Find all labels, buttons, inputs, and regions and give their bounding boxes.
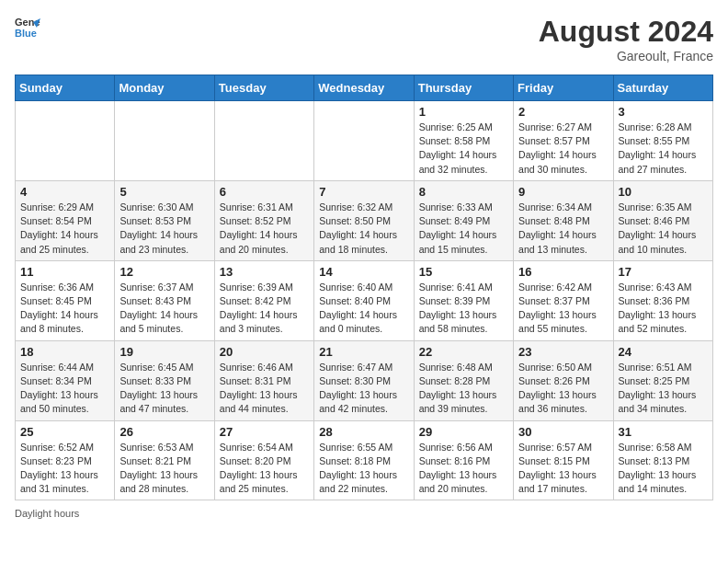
day-number: 17 bbox=[619, 265, 708, 279]
weekday-header: Thursday bbox=[414, 75, 513, 101]
calendar-table: SundayMondayTuesdayWednesdayThursdayFrid… bbox=[15, 75, 713, 500]
calendar-cell: 11Sunrise: 6:36 AM Sunset: 8:45 PM Dayli… bbox=[16, 260, 115, 340]
day-number: 23 bbox=[518, 345, 608, 359]
calendar-cell: 28Sunrise: 6:55 AM Sunset: 8:18 PM Dayli… bbox=[314, 420, 414, 500]
day-number: 27 bbox=[220, 425, 309, 439]
calendar-cell: 22Sunrise: 6:48 AM Sunset: 8:28 PM Dayli… bbox=[414, 340, 513, 420]
day-number: 11 bbox=[20, 265, 109, 279]
calendar-cell bbox=[115, 101, 214, 181]
weekday-header: Saturday bbox=[613, 75, 712, 101]
calendar-cell: 10Sunrise: 6:35 AM Sunset: 8:46 PM Dayli… bbox=[613, 180, 712, 260]
day-number: 7 bbox=[319, 185, 408, 199]
day-number: 18 bbox=[20, 345, 109, 359]
calendar-cell: 26Sunrise: 6:53 AM Sunset: 8:21 PM Dayli… bbox=[115, 420, 214, 500]
day-info: Sunrise: 6:53 AM Sunset: 8:21 PM Dayligh… bbox=[119, 441, 209, 497]
day-number: 29 bbox=[419, 425, 508, 439]
day-number: 26 bbox=[119, 425, 209, 439]
day-info: Sunrise: 6:40 AM Sunset: 8:40 PM Dayligh… bbox=[319, 281, 408, 337]
calendar-cell: 31Sunrise: 6:58 AM Sunset: 8:13 PM Dayli… bbox=[613, 420, 712, 500]
day-info: Sunrise: 6:58 AM Sunset: 8:13 PM Dayligh… bbox=[619, 441, 708, 497]
day-info: Sunrise: 6:44 AM Sunset: 8:34 PM Dayligh… bbox=[20, 361, 109, 417]
svg-text:Blue: Blue bbox=[15, 28, 37, 39]
calendar-cell: 21Sunrise: 6:47 AM Sunset: 8:30 PM Dayli… bbox=[314, 340, 414, 420]
day-number: 2 bbox=[518, 105, 608, 119]
day-info: Sunrise: 6:29 AM Sunset: 8:54 PM Dayligh… bbox=[20, 201, 109, 257]
day-number: 16 bbox=[518, 265, 608, 279]
calendar-week-row: 25Sunrise: 6:52 AM Sunset: 8:23 PM Dayli… bbox=[16, 420, 713, 500]
day-number: 4 bbox=[20, 185, 109, 199]
day-info: Sunrise: 6:30 AM Sunset: 8:53 PM Dayligh… bbox=[119, 201, 209, 257]
calendar-week-row: 4Sunrise: 6:29 AM Sunset: 8:54 PM Daylig… bbox=[16, 180, 713, 260]
weekday-header: Monday bbox=[115, 75, 214, 101]
day-number: 6 bbox=[220, 185, 309, 199]
day-info: Sunrise: 6:37 AM Sunset: 8:43 PM Dayligh… bbox=[119, 281, 209, 337]
footer-note: Daylight hours bbox=[15, 508, 713, 519]
calendar-cell: 16Sunrise: 6:42 AM Sunset: 8:37 PM Dayli… bbox=[514, 260, 613, 340]
calendar-cell: 18Sunrise: 6:44 AM Sunset: 8:34 PM Dayli… bbox=[16, 340, 115, 420]
calendar-cell: 12Sunrise: 6:37 AM Sunset: 8:43 PM Dayli… bbox=[115, 260, 214, 340]
weekday-header: Tuesday bbox=[214, 75, 313, 101]
calendar-week-row: 11Sunrise: 6:36 AM Sunset: 8:45 PM Dayli… bbox=[16, 260, 713, 340]
day-info: Sunrise: 6:42 AM Sunset: 8:37 PM Dayligh… bbox=[518, 281, 608, 337]
day-number: 31 bbox=[619, 425, 708, 439]
calendar-cell: 4Sunrise: 6:29 AM Sunset: 8:54 PM Daylig… bbox=[16, 180, 115, 260]
day-info: Sunrise: 6:46 AM Sunset: 8:31 PM Dayligh… bbox=[220, 361, 309, 417]
calendar-cell: 14Sunrise: 6:40 AM Sunset: 8:40 PM Dayli… bbox=[314, 260, 414, 340]
weekday-header: Friday bbox=[514, 75, 613, 101]
day-number: 22 bbox=[419, 345, 508, 359]
weekday-header-row: SundayMondayTuesdayWednesdayThursdayFrid… bbox=[16, 75, 713, 101]
calendar-cell: 6Sunrise: 6:31 AM Sunset: 8:52 PM Daylig… bbox=[214, 180, 313, 260]
calendar-cell: 5Sunrise: 6:30 AM Sunset: 8:53 PM Daylig… bbox=[115, 180, 214, 260]
day-number: 19 bbox=[119, 345, 209, 359]
day-info: Sunrise: 6:57 AM Sunset: 8:15 PM Dayligh… bbox=[518, 441, 608, 497]
calendar-cell: 2Sunrise: 6:27 AM Sunset: 8:57 PM Daylig… bbox=[514, 101, 613, 181]
day-info: Sunrise: 6:39 AM Sunset: 8:42 PM Dayligh… bbox=[220, 281, 309, 337]
day-number: 12 bbox=[119, 265, 209, 279]
calendar-cell: 25Sunrise: 6:52 AM Sunset: 8:23 PM Dayli… bbox=[16, 420, 115, 500]
calendar-cell: 24Sunrise: 6:51 AM Sunset: 8:25 PM Dayli… bbox=[613, 340, 712, 420]
calendar-cell: 29Sunrise: 6:56 AM Sunset: 8:16 PM Dayli… bbox=[414, 420, 513, 500]
day-info: Sunrise: 6:47 AM Sunset: 8:30 PM Dayligh… bbox=[319, 361, 408, 417]
calendar-cell: 19Sunrise: 6:45 AM Sunset: 8:33 PM Dayli… bbox=[115, 340, 214, 420]
page-header: General Blue August 2024 Gareoult, Franc… bbox=[15, 15, 713, 63]
logo-icon: General Blue bbox=[15, 15, 40, 40]
day-number: 5 bbox=[119, 185, 209, 199]
calendar-cell: 27Sunrise: 6:54 AM Sunset: 8:20 PM Dayli… bbox=[214, 420, 313, 500]
day-info: Sunrise: 6:35 AM Sunset: 8:46 PM Dayligh… bbox=[619, 201, 708, 257]
day-info: Sunrise: 6:43 AM Sunset: 8:36 PM Dayligh… bbox=[619, 281, 708, 337]
day-info: Sunrise: 6:25 AM Sunset: 8:58 PM Dayligh… bbox=[419, 121, 508, 177]
day-number: 15 bbox=[419, 265, 508, 279]
calendar-cell bbox=[314, 101, 414, 181]
day-info: Sunrise: 6:34 AM Sunset: 8:48 PM Dayligh… bbox=[518, 201, 608, 257]
day-info: Sunrise: 6:56 AM Sunset: 8:16 PM Dayligh… bbox=[419, 441, 508, 497]
calendar-week-row: 18Sunrise: 6:44 AM Sunset: 8:34 PM Dayli… bbox=[16, 340, 713, 420]
location-subtitle: Gareoult, France bbox=[539, 49, 713, 63]
day-number: 21 bbox=[319, 345, 408, 359]
day-number: 28 bbox=[319, 425, 408, 439]
day-info: Sunrise: 6:33 AM Sunset: 8:49 PM Dayligh… bbox=[419, 201, 508, 257]
day-number: 30 bbox=[518, 425, 608, 439]
calendar-cell: 30Sunrise: 6:57 AM Sunset: 8:15 PM Dayli… bbox=[514, 420, 613, 500]
day-number: 3 bbox=[619, 105, 708, 119]
title-area: August 2024 Gareoult, France bbox=[539, 15, 713, 63]
day-number: 13 bbox=[220, 265, 309, 279]
day-info: Sunrise: 6:31 AM Sunset: 8:52 PM Dayligh… bbox=[220, 201, 309, 257]
day-number: 14 bbox=[319, 265, 408, 279]
day-info: Sunrise: 6:28 AM Sunset: 8:55 PM Dayligh… bbox=[619, 121, 708, 177]
day-info: Sunrise: 6:51 AM Sunset: 8:25 PM Dayligh… bbox=[619, 361, 708, 417]
day-info: Sunrise: 6:27 AM Sunset: 8:57 PM Dayligh… bbox=[518, 121, 608, 177]
day-info: Sunrise: 6:55 AM Sunset: 8:18 PM Dayligh… bbox=[319, 441, 408, 497]
day-info: Sunrise: 6:54 AM Sunset: 8:20 PM Dayligh… bbox=[220, 441, 309, 497]
calendar-cell: 7Sunrise: 6:32 AM Sunset: 8:50 PM Daylig… bbox=[314, 180, 414, 260]
logo: General Blue bbox=[15, 15, 40, 40]
month-year-title: August 2024 bbox=[539, 15, 713, 49]
day-number: 1 bbox=[419, 105, 508, 119]
calendar-cell: 9Sunrise: 6:34 AM Sunset: 8:48 PM Daylig… bbox=[514, 180, 613, 260]
day-info: Sunrise: 6:45 AM Sunset: 8:33 PM Dayligh… bbox=[119, 361, 209, 417]
day-info: Sunrise: 6:50 AM Sunset: 8:26 PM Dayligh… bbox=[518, 361, 608, 417]
day-info: Sunrise: 6:48 AM Sunset: 8:28 PM Dayligh… bbox=[419, 361, 508, 417]
calendar-cell: 17Sunrise: 6:43 AM Sunset: 8:36 PM Dayli… bbox=[613, 260, 712, 340]
day-number: 10 bbox=[619, 185, 708, 199]
day-number: 24 bbox=[619, 345, 708, 359]
day-number: 20 bbox=[220, 345, 309, 359]
